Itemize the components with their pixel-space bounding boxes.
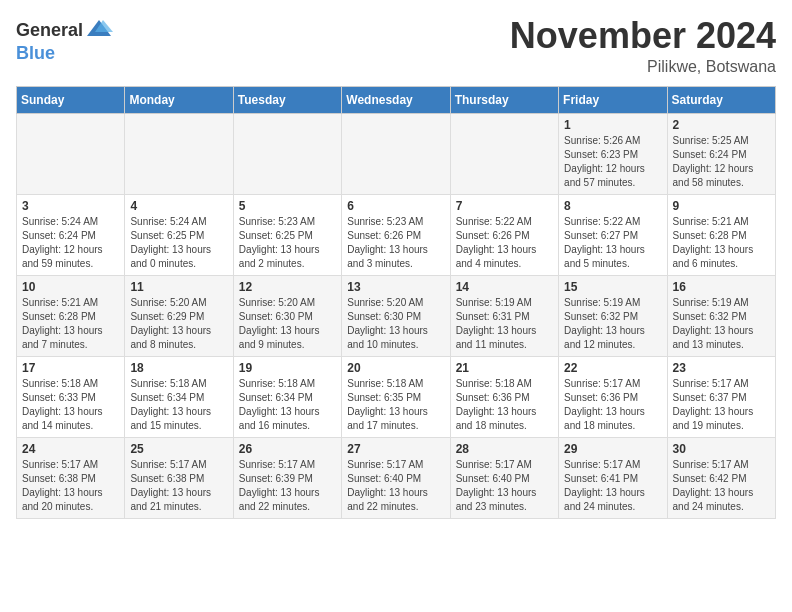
day-info: Sunrise: 5:19 AM Sunset: 6:31 PM Dayligh… bbox=[456, 296, 553, 352]
day-number: 20 bbox=[347, 361, 444, 375]
day-number: 2 bbox=[673, 118, 770, 132]
calendar-week-5: 24Sunrise: 5:17 AM Sunset: 6:38 PM Dayli… bbox=[17, 437, 776, 518]
calendar-cell: 12Sunrise: 5:20 AM Sunset: 6:30 PM Dayli… bbox=[233, 275, 341, 356]
calendar-cell: 23Sunrise: 5:17 AM Sunset: 6:37 PM Dayli… bbox=[667, 356, 775, 437]
day-info: Sunrise: 5:26 AM Sunset: 6:23 PM Dayligh… bbox=[564, 134, 661, 190]
calendar-cell bbox=[17, 113, 125, 194]
day-info: Sunrise: 5:18 AM Sunset: 6:36 PM Dayligh… bbox=[456, 377, 553, 433]
day-number: 13 bbox=[347, 280, 444, 294]
day-number: 27 bbox=[347, 442, 444, 456]
calendar-cell: 3Sunrise: 5:24 AM Sunset: 6:24 PM Daylig… bbox=[17, 194, 125, 275]
day-info: Sunrise: 5:20 AM Sunset: 6:30 PM Dayligh… bbox=[347, 296, 444, 352]
page-header: General Blue November 2024 Pilikwe, Bots… bbox=[16, 16, 776, 76]
calendar-week-3: 10Sunrise: 5:21 AM Sunset: 6:28 PM Dayli… bbox=[17, 275, 776, 356]
day-header-sunday: Sunday bbox=[17, 86, 125, 113]
day-number: 9 bbox=[673, 199, 770, 213]
day-info: Sunrise: 5:20 AM Sunset: 6:30 PM Dayligh… bbox=[239, 296, 336, 352]
calendar-cell bbox=[125, 113, 233, 194]
calendar-cell: 25Sunrise: 5:17 AM Sunset: 6:38 PM Dayli… bbox=[125, 437, 233, 518]
calendar-week-2: 3Sunrise: 5:24 AM Sunset: 6:24 PM Daylig… bbox=[17, 194, 776, 275]
calendar-cell: 30Sunrise: 5:17 AM Sunset: 6:42 PM Dayli… bbox=[667, 437, 775, 518]
day-info: Sunrise: 5:17 AM Sunset: 6:42 PM Dayligh… bbox=[673, 458, 770, 514]
day-header-tuesday: Tuesday bbox=[233, 86, 341, 113]
day-header-thursday: Thursday bbox=[450, 86, 558, 113]
calendar-cell: 4Sunrise: 5:24 AM Sunset: 6:25 PM Daylig… bbox=[125, 194, 233, 275]
logo-icon bbox=[85, 16, 113, 44]
calendar-cell: 9Sunrise: 5:21 AM Sunset: 6:28 PM Daylig… bbox=[667, 194, 775, 275]
calendar-cell: 27Sunrise: 5:17 AM Sunset: 6:40 PM Dayli… bbox=[342, 437, 450, 518]
day-number: 11 bbox=[130, 280, 227, 294]
calendar-cell bbox=[233, 113, 341, 194]
day-info: Sunrise: 5:21 AM Sunset: 6:28 PM Dayligh… bbox=[22, 296, 119, 352]
day-info: Sunrise: 5:17 AM Sunset: 6:37 PM Dayligh… bbox=[673, 377, 770, 433]
calendar-cell: 11Sunrise: 5:20 AM Sunset: 6:29 PM Dayli… bbox=[125, 275, 233, 356]
calendar-table: SundayMondayTuesdayWednesdayThursdayFrid… bbox=[16, 86, 776, 519]
day-header-saturday: Saturday bbox=[667, 86, 775, 113]
day-number: 22 bbox=[564, 361, 661, 375]
day-number: 12 bbox=[239, 280, 336, 294]
day-number: 16 bbox=[673, 280, 770, 294]
day-info: Sunrise: 5:20 AM Sunset: 6:29 PM Dayligh… bbox=[130, 296, 227, 352]
calendar-cell: 19Sunrise: 5:18 AM Sunset: 6:34 PM Dayli… bbox=[233, 356, 341, 437]
day-number: 17 bbox=[22, 361, 119, 375]
day-number: 6 bbox=[347, 199, 444, 213]
logo-blue: Blue bbox=[16, 44, 55, 62]
day-number: 10 bbox=[22, 280, 119, 294]
calendar-week-4: 17Sunrise: 5:18 AM Sunset: 6:33 PM Dayli… bbox=[17, 356, 776, 437]
day-info: Sunrise: 5:17 AM Sunset: 6:39 PM Dayligh… bbox=[239, 458, 336, 514]
day-info: Sunrise: 5:23 AM Sunset: 6:26 PM Dayligh… bbox=[347, 215, 444, 271]
day-number: 24 bbox=[22, 442, 119, 456]
calendar-cell: 17Sunrise: 5:18 AM Sunset: 6:33 PM Dayli… bbox=[17, 356, 125, 437]
calendar-cell: 15Sunrise: 5:19 AM Sunset: 6:32 PM Dayli… bbox=[559, 275, 667, 356]
day-info: Sunrise: 5:17 AM Sunset: 6:36 PM Dayligh… bbox=[564, 377, 661, 433]
logo: General Blue bbox=[16, 16, 113, 62]
day-info: Sunrise: 5:18 AM Sunset: 6:34 PM Dayligh… bbox=[239, 377, 336, 433]
day-info: Sunrise: 5:24 AM Sunset: 6:24 PM Dayligh… bbox=[22, 215, 119, 271]
day-info: Sunrise: 5:17 AM Sunset: 6:38 PM Dayligh… bbox=[22, 458, 119, 514]
day-number: 19 bbox=[239, 361, 336, 375]
day-header-friday: Friday bbox=[559, 86, 667, 113]
day-number: 30 bbox=[673, 442, 770, 456]
calendar-cell: 29Sunrise: 5:17 AM Sunset: 6:41 PM Dayli… bbox=[559, 437, 667, 518]
day-number: 14 bbox=[456, 280, 553, 294]
logo-general: General bbox=[16, 21, 83, 39]
day-number: 29 bbox=[564, 442, 661, 456]
day-info: Sunrise: 5:18 AM Sunset: 6:34 PM Dayligh… bbox=[130, 377, 227, 433]
day-info: Sunrise: 5:22 AM Sunset: 6:27 PM Dayligh… bbox=[564, 215, 661, 271]
day-number: 28 bbox=[456, 442, 553, 456]
location: Pilikwe, Botswana bbox=[510, 58, 776, 76]
calendar-cell: 26Sunrise: 5:17 AM Sunset: 6:39 PM Dayli… bbox=[233, 437, 341, 518]
day-info: Sunrise: 5:19 AM Sunset: 6:32 PM Dayligh… bbox=[673, 296, 770, 352]
day-number: 3 bbox=[22, 199, 119, 213]
day-number: 18 bbox=[130, 361, 227, 375]
calendar-cell: 22Sunrise: 5:17 AM Sunset: 6:36 PM Dayli… bbox=[559, 356, 667, 437]
calendar-header-row: SundayMondayTuesdayWednesdayThursdayFrid… bbox=[17, 86, 776, 113]
calendar-cell: 6Sunrise: 5:23 AM Sunset: 6:26 PM Daylig… bbox=[342, 194, 450, 275]
day-number: 26 bbox=[239, 442, 336, 456]
day-number: 7 bbox=[456, 199, 553, 213]
calendar-cell: 13Sunrise: 5:20 AM Sunset: 6:30 PM Dayli… bbox=[342, 275, 450, 356]
calendar-cell: 2Sunrise: 5:25 AM Sunset: 6:24 PM Daylig… bbox=[667, 113, 775, 194]
day-number: 25 bbox=[130, 442, 227, 456]
calendar-cell: 18Sunrise: 5:18 AM Sunset: 6:34 PM Dayli… bbox=[125, 356, 233, 437]
calendar-cell: 5Sunrise: 5:23 AM Sunset: 6:25 PM Daylig… bbox=[233, 194, 341, 275]
day-number: 4 bbox=[130, 199, 227, 213]
day-number: 23 bbox=[673, 361, 770, 375]
day-info: Sunrise: 5:17 AM Sunset: 6:40 PM Dayligh… bbox=[456, 458, 553, 514]
day-number: 5 bbox=[239, 199, 336, 213]
day-info: Sunrise: 5:18 AM Sunset: 6:35 PM Dayligh… bbox=[347, 377, 444, 433]
title-area: November 2024 Pilikwe, Botswana bbox=[510, 16, 776, 76]
day-info: Sunrise: 5:17 AM Sunset: 6:41 PM Dayligh… bbox=[564, 458, 661, 514]
day-number: 8 bbox=[564, 199, 661, 213]
calendar-cell: 24Sunrise: 5:17 AM Sunset: 6:38 PM Dayli… bbox=[17, 437, 125, 518]
day-info: Sunrise: 5:24 AM Sunset: 6:25 PM Dayligh… bbox=[130, 215, 227, 271]
day-info: Sunrise: 5:17 AM Sunset: 6:40 PM Dayligh… bbox=[347, 458, 444, 514]
calendar-cell bbox=[342, 113, 450, 194]
day-info: Sunrise: 5:22 AM Sunset: 6:26 PM Dayligh… bbox=[456, 215, 553, 271]
day-number: 21 bbox=[456, 361, 553, 375]
calendar-week-1: 1Sunrise: 5:26 AM Sunset: 6:23 PM Daylig… bbox=[17, 113, 776, 194]
day-info: Sunrise: 5:17 AM Sunset: 6:38 PM Dayligh… bbox=[130, 458, 227, 514]
calendar-cell: 16Sunrise: 5:19 AM Sunset: 6:32 PM Dayli… bbox=[667, 275, 775, 356]
calendar-cell: 28Sunrise: 5:17 AM Sunset: 6:40 PM Dayli… bbox=[450, 437, 558, 518]
calendar-cell: 21Sunrise: 5:18 AM Sunset: 6:36 PM Dayli… bbox=[450, 356, 558, 437]
